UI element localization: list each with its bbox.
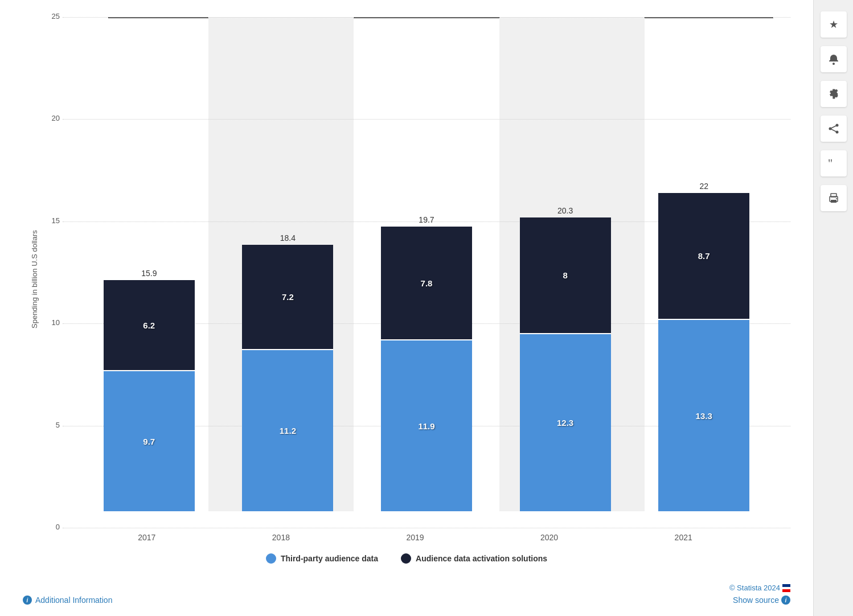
bar-top-label-2017: 6.2 bbox=[143, 321, 155, 330]
gear-icon bbox=[828, 88, 839, 100]
svg-point-13 bbox=[836, 198, 837, 199]
sidebar-share-button[interactable] bbox=[821, 116, 847, 142]
bar-top-2017: 6.2 bbox=[104, 280, 195, 370]
legend-label-blue: Third-party audience data bbox=[281, 554, 378, 563]
bar-stack-2018: 18.4 7.2 11.2 bbox=[242, 233, 333, 511]
grid-label-10: 10 bbox=[40, 318, 60, 327]
bar-stack-2021: 22 8.7 13.3 bbox=[658, 182, 749, 511]
bar-group-2017: 15.9 6.2 9.7 bbox=[104, 269, 195, 511]
bar-bottom-2021: 13.3 bbox=[658, 319, 749, 511]
bar-top-2018: 7.2 bbox=[242, 245, 333, 349]
x-label-2021: 2021 bbox=[638, 533, 729, 542]
bar-top-label-2018: 7.2 bbox=[282, 292, 294, 302]
grid-line-0: 0 bbox=[63, 528, 790, 528]
bar-group-2019: 19.7 7.8 11.9 bbox=[381, 215, 472, 511]
flag-icon bbox=[782, 584, 790, 592]
svg-rect-1 bbox=[782, 587, 790, 589]
legend-label-dark: Audience data activation solutions bbox=[416, 554, 547, 563]
x-axis-labels: 2017 2018 2019 2020 2021 bbox=[40, 528, 790, 542]
grid-label-20: 20 bbox=[40, 114, 60, 122]
x-label-2020: 2020 bbox=[504, 533, 595, 542]
legend-item-blue: Third-party audience data bbox=[266, 553, 378, 564]
print-icon bbox=[828, 192, 839, 204]
svg-rect-2 bbox=[782, 589, 790, 592]
sidebar-bell-button[interactable] bbox=[821, 46, 847, 72]
grid-and-bars: 25 20 15 10 5 0 15.9 bbox=[40, 17, 790, 528]
grid-label-25: 25 bbox=[40, 12, 60, 20]
bar-bottom-2018: 11.2 bbox=[242, 349, 333, 511]
bar-group-2018: 18.4 7.2 11.2 bbox=[242, 233, 333, 511]
sidebar-quote-button[interactable]: " bbox=[821, 150, 847, 176]
bar-bottom-2019: 11.9 bbox=[381, 339, 472, 511]
info-icon-left: i bbox=[23, 596, 32, 605]
footer: i Additional Information © Statista 2024… bbox=[23, 578, 790, 605]
bar-bottom-label-2021: 13.3 bbox=[696, 411, 712, 421]
sidebar-print-button[interactable] bbox=[821, 185, 847, 211]
bell-icon bbox=[828, 54, 839, 65]
bar-top-2019: 7.8 bbox=[381, 227, 472, 339]
bar-total-2020: 20.3 bbox=[557, 206, 573, 215]
x-label-2019: 2019 bbox=[370, 533, 461, 542]
footer-left[interactable]: i Additional Information bbox=[23, 596, 112, 605]
legend-dot-dark bbox=[401, 553, 411, 564]
legend: Third-party audience data Audience data … bbox=[23, 553, 790, 569]
bar-stack-2020: 20.3 8 12.3 bbox=[520, 206, 611, 511]
svg-point-3 bbox=[833, 63, 835, 65]
chart-container: Spending in billion U.S dollars 25 bbox=[23, 17, 790, 542]
statista-credit-text: © Statista 2024 bbox=[729, 584, 780, 592]
show-source-button[interactable]: Show source i bbox=[733, 596, 790, 605]
svg-line-7 bbox=[830, 125, 837, 129]
bar-stack-2019: 19.7 7.8 11.9 bbox=[381, 215, 472, 511]
chart-inner: 25 20 15 10 5 0 15.9 bbox=[40, 17, 790, 542]
grid-label-5: 5 bbox=[40, 421, 60, 429]
chart-area: Spending in billion U.S dollars 25 bbox=[23, 17, 790, 605]
main-content: Spending in billion U.S dollars 25 bbox=[0, 0, 813, 616]
bar-bottom-label-2020: 12.3 bbox=[557, 418, 573, 428]
bar-total-2017: 15.9 bbox=[141, 269, 157, 278]
svg-rect-11 bbox=[831, 200, 836, 203]
grid-label-15: 15 bbox=[40, 216, 60, 225]
bar-bottom-label-2017: 9.7 bbox=[143, 437, 155, 446]
bar-bottom-2020: 12.3 bbox=[520, 333, 611, 511]
info-icon-source: i bbox=[781, 596, 790, 605]
x-label-2017: 2017 bbox=[101, 533, 192, 542]
bar-top-label-2021: 8.7 bbox=[698, 251, 710, 261]
quote-icon: " bbox=[827, 158, 840, 169]
svg-line-8 bbox=[830, 129, 837, 132]
sidebar: ★ " bbox=[813, 0, 853, 616]
bar-group-2021: 22 8.7 13.3 bbox=[658, 182, 749, 511]
share-icon bbox=[828, 123, 839, 134]
bar-bottom-label-2018: 11.2 bbox=[280, 426, 296, 436]
legend-item-dark: Audience data activation solutions bbox=[401, 553, 547, 564]
bar-total-2021: 22 bbox=[699, 182, 708, 191]
x-label-2018: 2018 bbox=[235, 533, 326, 542]
show-source-label: Show source bbox=[733, 596, 779, 605]
additional-info-link[interactable]: Additional Information bbox=[35, 596, 112, 605]
bar-bottom-label-2019: 11.9 bbox=[418, 421, 434, 431]
bar-group-2020: 20.3 8 12.3 bbox=[520, 206, 611, 511]
bar-top-2020: 8 bbox=[520, 217, 611, 333]
svg-text:": " bbox=[828, 158, 833, 169]
bar-bottom-2017: 9.7 bbox=[104, 370, 195, 511]
bar-top-label-2019: 7.8 bbox=[421, 278, 433, 288]
sidebar-star-button[interactable]: ★ bbox=[821, 11, 847, 38]
bars-wrapper: 15.9 6.2 9.7 bbox=[63, 17, 790, 511]
sidebar-settings-button[interactable] bbox=[821, 81, 847, 107]
bar-stack-2017: 15.9 6.2 9.7 bbox=[104, 269, 195, 511]
legend-dot-blue bbox=[266, 553, 276, 564]
y-axis-label: Spending in billion U.S dollars bbox=[23, 17, 40, 542]
bar-total-2018: 18.4 bbox=[280, 233, 296, 243]
bar-top-2021: 8.7 bbox=[658, 193, 749, 319]
footer-right: © Statista 2024 Show source i bbox=[729, 584, 790, 605]
bar-total-2019: 19.7 bbox=[419, 215, 434, 224]
statista-credit: © Statista 2024 bbox=[729, 584, 790, 592]
bar-top-label-2020: 8 bbox=[563, 270, 567, 280]
